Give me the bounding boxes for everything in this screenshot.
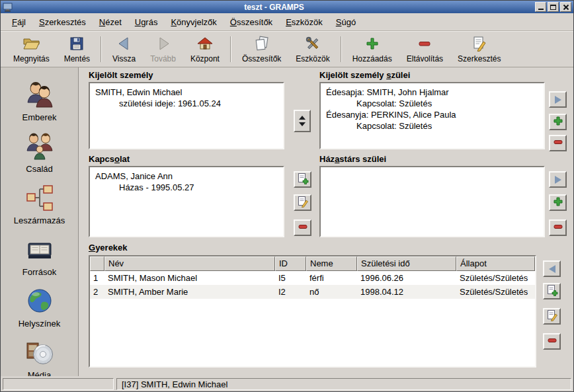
children-label: Gyerekek <box>89 243 128 253</box>
arrow-left-icon <box>549 265 555 273</box>
mother-line: Édesanyja: PERKINS, Alice Paula <box>326 109 538 120</box>
edit-relationship-button[interactable] <box>294 194 311 211</box>
tools-icon <box>305 35 321 52</box>
column-header-index[interactable] <box>90 256 104 271</box>
people-icon <box>25 80 54 111</box>
menu-edit[interactable]: Szerkesztés <box>33 15 92 30</box>
home-button[interactable]: Központ <box>183 33 227 65</box>
menu-reports[interactable]: Összesítők <box>224 15 278 30</box>
minimize-icon <box>538 9 544 10</box>
spouse-name: ADAMS, Janice Ann <box>95 171 278 182</box>
window-title: teszt - GRAMPS <box>15 3 534 12</box>
sidebar-item-family[interactable]: Család <box>1 127 78 178</box>
sidebar-item-sources[interactable]: Források <box>1 230 78 282</box>
open-button[interactable]: Megnyitás <box>6 33 57 65</box>
parents-label: Kijelölt személy szülei <box>319 70 410 80</box>
toolbar: Megnyitás Mentés Vissza Tovább Központ Ö… <box>1 31 573 67</box>
tools-button[interactable]: Eszközök <box>288 33 337 65</box>
edit-icon <box>472 35 487 52</box>
add-spouse-button[interactable] <box>294 171 311 188</box>
plus-icon <box>553 196 563 209</box>
remove-child-button[interactable] <box>543 333 561 350</box>
status-text: [I37] SMITH, Edwin Michael <box>116 378 571 390</box>
arrow-right-icon <box>155 35 172 52</box>
plus-icon <box>365 35 380 52</box>
menu-file[interactable]: Fájl <box>6 15 32 30</box>
menu-help[interactable]: Súgó <box>330 15 362 30</box>
edit-child-button[interactable] <box>543 308 561 325</box>
add-button[interactable]: Hozzáadás <box>345 33 399 65</box>
home-icon <box>196 35 214 52</box>
maximize-button[interactable] <box>548 2 559 12</box>
relationship-box[interactable]: ADAMS, Janice Ann Házas - 1995.05.27 <box>89 166 284 237</box>
table-row[interactable]: 2 SMITH, Amber Marie I2 nő 1998.04.12 Sz… <box>90 285 535 299</box>
folder-open-icon <box>22 35 40 52</box>
spouse-parents-select-button[interactable] <box>549 171 567 188</box>
remove-spouse-button[interactable] <box>294 219 311 236</box>
spouse-parents-box[interactable] <box>319 166 545 237</box>
selected-person-box[interactable]: SMITH, Edwin Michael születési ideje: 19… <box>89 82 284 149</box>
reports-button[interactable]: Összesítők <box>235 33 288 65</box>
minimize-button[interactable] <box>535 2 546 12</box>
plus-icon <box>553 116 563 128</box>
column-header-status[interactable]: Állapot <box>456 256 535 271</box>
sidebar: Emberek Család Leszármazás Források Hely… <box>1 67 79 376</box>
parents-add-button[interactable] <box>549 114 567 130</box>
save-button[interactable]: Mentés <box>57 33 97 65</box>
menu-bookmarks[interactable]: Könyvjelzők <box>165 15 222 30</box>
minus-icon <box>553 221 563 234</box>
add-child-button[interactable] <box>543 283 561 299</box>
arrow-down-icon <box>299 122 306 126</box>
relationship-label: Kapcsolat <box>89 154 130 164</box>
relationship-detail: Házas - 1995.05.27 <box>95 182 278 193</box>
column-header-gender[interactable]: Neme <box>306 256 357 271</box>
menu-tools[interactable]: Eszközök <box>280 15 329 30</box>
menu-go[interactable]: Ugrás <box>129 15 164 30</box>
spouse-parents-remove-button[interactable] <box>549 219 567 236</box>
column-header-id[interactable]: ID <box>275 256 306 271</box>
arrow-right-icon <box>555 176 561 184</box>
close-button[interactable] <box>560 2 571 12</box>
spouse-parents-add-button[interactable] <box>549 194 567 211</box>
window-icon <box>3 2 13 12</box>
back-button[interactable]: Vissza <box>105 33 143 65</box>
titlebar[interactable]: teszt - GRAMPS <box>1 1 573 13</box>
family-icon <box>25 132 54 163</box>
remove-button[interactable]: Eltávolítás <box>399 33 450 65</box>
pedigree-icon <box>25 183 54 214</box>
sidebar-item-people[interactable]: Emberek <box>1 75 78 127</box>
family-view: Kijelölt személy SMITH, Edwin Michael sz… <box>79 67 573 376</box>
statusbar: [I37] SMITH, Edwin Michael <box>1 376 573 391</box>
swap-spouse-button[interactable] <box>294 110 311 132</box>
minus-icon <box>417 35 432 52</box>
reports-icon <box>254 35 270 52</box>
selected-person-label: Kijelölt személy <box>89 70 153 80</box>
parents-remove-button[interactable] <box>549 135 567 151</box>
minus-icon <box>298 221 308 234</box>
maximize-icon <box>550 5 556 10</box>
media-icon <box>25 338 54 369</box>
minus-icon <box>553 137 563 149</box>
table-row[interactable]: 1 SMITH, Mason Michael I5 férfi 1996.06.… <box>90 271 535 285</box>
parents-box[interactable]: Édesapja: SMITH, John Hjalmar Kapcsolat:… <box>319 82 545 149</box>
sidebar-item-pedigree[interactable]: Leszármazás <box>1 178 78 230</box>
document-plus-icon <box>297 173 309 186</box>
app-window: teszt - GRAMPS Fájl Szerkesztés Nézet Ug… <box>0 0 574 392</box>
books-icon <box>25 235 54 266</box>
sidebar-item-places[interactable]: Helyszínek <box>1 282 78 333</box>
menu-view[interactable]: Nézet <box>93 15 128 30</box>
arrow-right-icon <box>555 96 561 104</box>
edit-button[interactable]: Szerkesztés <box>450 33 508 65</box>
selected-person-name: SMITH, Edwin Michael <box>95 87 278 98</box>
father-relation-line: Kapcsolat: Születés <box>326 98 538 109</box>
minus-icon <box>547 335 557 348</box>
parents-select-button[interactable] <box>549 91 567 108</box>
column-header-birthdate[interactable]: Születési idő <box>357 256 456 271</box>
toolbar-separator <box>101 36 102 62</box>
document-edit-icon <box>297 196 309 210</box>
mother-relation-line: Kapcsolat: Születés <box>326 120 538 132</box>
column-header-name[interactable]: Név <box>104 256 275 271</box>
forward-button: Tovább <box>143 33 183 65</box>
select-child-button[interactable] <box>543 260 561 277</box>
menubar: Fájl Szerkesztés Nézet Ugrás Könyvjelzők… <box>1 13 573 31</box>
